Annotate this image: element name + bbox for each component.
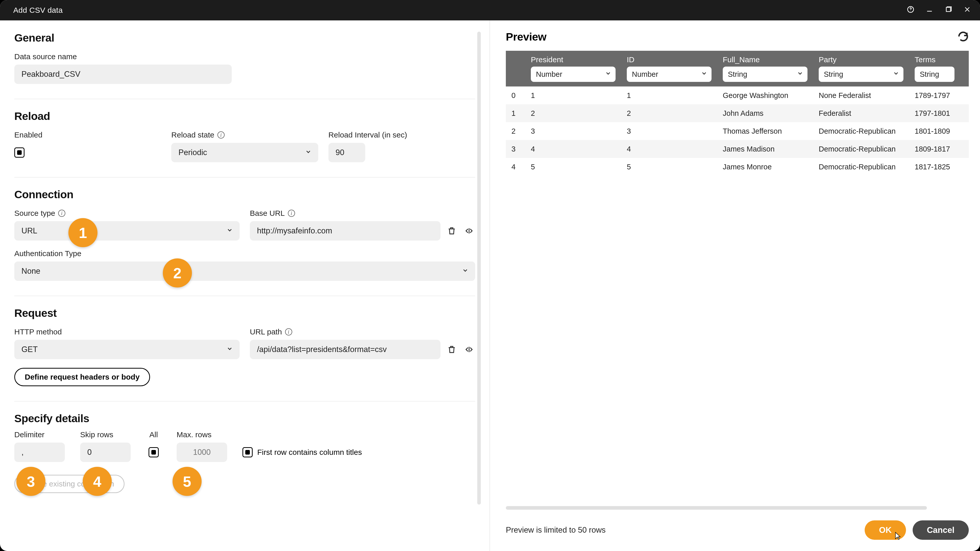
label-source-type: Source type i (14, 209, 240, 218)
preview-pane: Preview President Number (490, 21, 980, 551)
max-rows-input[interactable] (177, 443, 227, 462)
reload-interval-input[interactable] (328, 143, 365, 162)
cursor-icon (894, 532, 901, 541)
chevron-down-icon (305, 148, 312, 157)
section-heading-preview: Preview (506, 30, 546, 43)
titlebar: Add CSV data (0, 0, 980, 21)
section-heading-request: Request (14, 307, 475, 319)
section-request: Request HTTP method GET (14, 307, 475, 386)
config-pane: General Data source name Reload Enabled (0, 21, 490, 551)
preview-limit-note: Preview is limited to 50 rows (506, 526, 606, 535)
table-row: 455James MonroeDemocratic-Republican1817… (506, 158, 969, 176)
cancel-button[interactable]: Cancel (913, 520, 969, 540)
section-heading-connection: Connection (14, 188, 475, 201)
info-icon[interactable]: i (58, 210, 65, 217)
close-icon[interactable] (964, 6, 971, 15)
ok-button[interactable]: OK (865, 520, 906, 540)
chevron-down-icon (701, 70, 708, 79)
label-all: All (146, 430, 161, 439)
minimize-icon[interactable] (926, 6, 933, 15)
titlebar-actions (907, 6, 971, 15)
column-header: Party (819, 56, 904, 64)
callout-badge: 5 (172, 467, 202, 496)
http-method-select[interactable]: GET (14, 340, 240, 359)
table-row: 122John AdamsFederalist1797-1801 (506, 104, 969, 122)
label-base-url: Base URL i (250, 209, 441, 218)
section-heading-general: General (14, 32, 475, 44)
titlebar-title: Add CSV data (13, 6, 63, 14)
base-url-input[interactable] (250, 221, 441, 241)
info-icon[interactable]: i (288, 210, 295, 217)
callout-badge: 4 (83, 467, 112, 496)
help-icon[interactable] (907, 6, 914, 15)
data-source-name-input[interactable] (14, 65, 232, 84)
section-heading-details: Specify details (14, 412, 475, 425)
label-data-source-name: Data source name (14, 52, 475, 61)
delimiter-input[interactable] (14, 443, 65, 462)
callout-badge: 3 (16, 467, 45, 496)
label-delimiter: Delimiter (14, 430, 65, 439)
callout-badge: 2 (163, 259, 192, 287)
label-reload-state: Reload state i (171, 130, 318, 139)
column-type-select[interactable]: String (915, 67, 955, 82)
chevron-down-icon (226, 226, 233, 235)
url-path-input[interactable] (250, 340, 441, 359)
chevron-down-icon (226, 345, 233, 354)
table-body: 011George WashingtonNone Federalist1789-… (506, 86, 969, 176)
svg-point-1 (910, 11, 911, 11)
label-max-rows: Max. rows (177, 430, 227, 439)
dialog-window: Add CSV data General Data source name (0, 0, 980, 551)
label-skip-rows: Skip rows (80, 430, 130, 439)
label-first-row-titles: First row contains column titles (257, 448, 362, 457)
enabled-checkbox[interactable] (14, 148, 24, 158)
section-connection: Connection Source type i URL (14, 188, 475, 281)
clear-path-button[interactable] (445, 343, 458, 356)
column-header: Terms (915, 56, 963, 64)
table-row: 233Thomas JeffersonDemocratic-Republican… (506, 122, 969, 140)
reload-state-select[interactable]: Periodic (171, 143, 318, 162)
maximize-icon[interactable] (945, 6, 952, 15)
section-reload: Reload Enabled Reload state (14, 110, 475, 162)
column-type-select[interactable]: String (819, 67, 904, 82)
label-url-path: URL path i (250, 327, 441, 336)
chevron-down-icon (893, 70, 899, 79)
label-http-method: HTTP method (14, 327, 240, 336)
column-type-select[interactable]: Number (627, 67, 711, 82)
callout-badge: 1 (68, 218, 97, 247)
table-row: 344James MadisonDemocratic-Republican180… (506, 140, 969, 158)
horizontal-scrollbar[interactable] (506, 506, 927, 510)
auth-type-select[interactable]: None (14, 262, 475, 281)
edit-code-button[interactable] (463, 225, 475, 237)
chevron-down-icon (605, 70, 611, 79)
label-reload-interval: Reload Interval (in sec) (328, 130, 475, 139)
source-type-select[interactable]: URL (14, 221, 240, 241)
preview-table: President Number ID Number (506, 51, 969, 510)
label-enabled: Enabled (14, 130, 161, 139)
section-general: General Data source name (14, 32, 475, 84)
edit-code-button[interactable] (463, 343, 475, 356)
first-row-titles-checkbox[interactable] (242, 447, 253, 457)
column-header: Full_Name (723, 56, 808, 64)
all-checkbox[interactable] (148, 447, 159, 457)
info-icon[interactable]: i (285, 328, 292, 335)
table-header: President Number ID Number (506, 51, 969, 86)
chevron-down-icon (797, 70, 803, 79)
label-auth-type: Authentication Type (14, 249, 475, 258)
svg-rect-3 (946, 7, 950, 11)
skip-rows-input[interactable] (80, 443, 130, 462)
section-heading-reload: Reload (14, 110, 475, 122)
refresh-button[interactable] (958, 31, 969, 43)
table-row: 011George WashingtonNone Federalist1789-… (506, 86, 969, 104)
column-header: ID (627, 56, 711, 64)
chevron-down-icon (462, 267, 469, 276)
clear-url-button[interactable] (445, 225, 458, 237)
column-header: President (531, 56, 616, 64)
column-type-select[interactable]: Number (531, 67, 616, 82)
info-icon[interactable]: i (218, 131, 224, 138)
define-headers-button[interactable]: Define request headers or body (14, 368, 150, 386)
column-type-select[interactable]: String (723, 67, 808, 82)
section-details: Specify details Delimiter Skip rows (14, 412, 475, 493)
